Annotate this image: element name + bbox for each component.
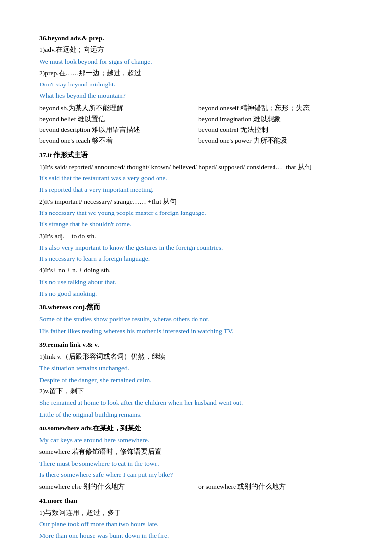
s41-ex1: Our plane took off more than two hours l… <box>39 519 353 530</box>
s40-ex3: Is there somewhere safe where I can put … <box>39 470 353 480</box>
main-content: 36.beyond adv.& prep. 1)adv.在远处；向远方 We m… <box>39 33 353 541</box>
s37-sub1: 1)It's said/ reported/ announced/ though… <box>39 162 353 172</box>
s37-ex7: It's no use talking about that. <box>39 277 353 288</box>
s36-phrases: beyond sb.为某人所不能理解 beyond oneself 精神错乱；忘… <box>39 103 353 147</box>
s39-ex3: She remained at home to look after the c… <box>39 397 353 408</box>
s37-ex4: It's strange that he shouldn't come. <box>39 219 353 230</box>
s36-ex3: What lies beyond the mountain? <box>39 90 353 101</box>
s38-ex1: Some of the studies show positive result… <box>39 314 353 325</box>
phrase-beyond-imagination: beyond imagination 难以想象 <box>198 114 353 125</box>
s40-ex1: My car keys are around here somewhere. <box>39 435 353 446</box>
section-38-header: 38.whereas conj.然而 <box>39 302 353 313</box>
s37-ex6: It's necessary to learn a foreign langua… <box>39 254 353 264</box>
s36-ex2: Don't stay beyond midnight. <box>39 79 353 90</box>
s37-sub4: 4)It's+ no + n. + doing sth. <box>39 265 353 276</box>
phrase-beyond-belief: beyond belief 难以置信 <box>39 114 194 125</box>
s36-sub1: 1)adv.在远处；向远方 <box>39 44 353 55</box>
s39-sub1: 1)link v.（后跟形容词或名词）仍然，继续 <box>39 351 353 362</box>
section-40-header: 40.somewhere adv.在某处，到某处 <box>39 423 353 434</box>
section-41-header: 41.more than <box>39 495 353 506</box>
s36-ex1: We must look beyond for signs of change. <box>39 56 353 67</box>
s39-sub2: 2)v.留下，剩下 <box>39 386 353 397</box>
phrase-beyond-description: beyond description 难以用语言描述 <box>39 125 194 135</box>
phrase-beyond-oneself: beyond oneself 精神错乱；忘形；失态 <box>198 103 353 114</box>
phrase-or-somewhere: or somewhere 或别的什么地方 <box>198 481 353 492</box>
s37-ex1: It's said that the restaurant was a very… <box>39 173 353 184</box>
phrase-somewhere-else: somewhere else 别的什么地方 <box>39 481 194 492</box>
s40-phrases: somewhere else 别的什么地方 or somewhere 或别的什么… <box>39 481 353 492</box>
s39-ex2: Despite of the danger, she remained calm… <box>39 375 353 385</box>
s39-ex1: The situation remains unchanged. <box>39 363 353 374</box>
s37-ex8: It's no good smoking. <box>39 288 353 299</box>
s36-sub2: 2)prep.在……那一边；越过，超过 <box>39 68 353 79</box>
phrase-beyond-reach: beyond one's reach 够不着 <box>39 135 194 146</box>
s40-note1: somewhere 若有修饰语时，修饰语要后置 <box>39 446 353 457</box>
section-36-header: 36.beyond adv.& prep. <box>39 33 353 43</box>
s37-ex2: It's reported that a very important meet… <box>39 184 353 195</box>
s41-ex2: More than one house was burnt down in th… <box>39 530 353 541</box>
s41-sub1: 1)与数词连用，超过，多于 <box>39 508 353 518</box>
phrase-beyond-power: beyond one's power 力所不能及 <box>198 135 353 146</box>
section-37-header: 37.it 作形式主语 <box>39 150 353 161</box>
s38-ex2: His father likes reading whereas his mot… <box>39 326 353 337</box>
s40-ex2: There must be somewhere to eat in the to… <box>39 458 353 469</box>
s37-sub3: 3)It's adj. + to do sth. <box>39 231 353 242</box>
phrase-beyond-control: beyond control 无法控制 <box>198 125 353 135</box>
s37-ex5: It's also very important to know the ges… <box>39 242 353 253</box>
s39-ex4: Little of the original building remains. <box>39 409 353 420</box>
s37-sub2: 2)It's important/ necessary/ strange…… +… <box>39 196 353 207</box>
phrase-beyond-sb: beyond sb.为某人所不能理解 <box>39 103 194 114</box>
section-39-header: 39.remain link v.& v. <box>39 340 353 350</box>
s37-ex3: It's necessary that we young people mast… <box>39 208 353 218</box>
